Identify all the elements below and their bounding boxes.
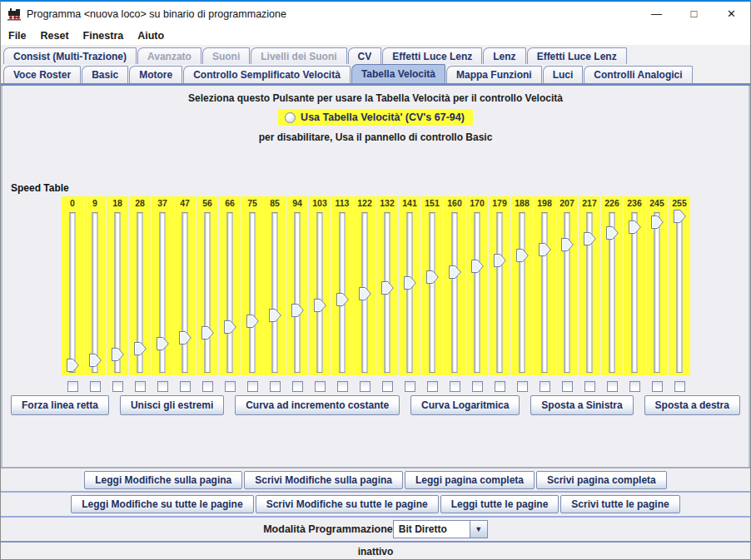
tab[interactable]: CV	[348, 47, 382, 64]
slider-thumb[interactable]	[359, 287, 371, 300]
speed-slider[interactable]: 56	[196, 196, 218, 375]
slider-thumb[interactable]	[336, 293, 349, 306]
slider-thumb[interactable]	[291, 304, 304, 317]
speed-slider[interactable]: 85	[264, 196, 286, 375]
column-checkbox[interactable]	[562, 381, 573, 392]
slider-thumb[interactable]	[516, 249, 529, 262]
speed-slider[interactable]: 170	[466, 196, 488, 375]
speed-slider[interactable]: 122	[354, 196, 376, 375]
tab[interactable]: Avanzato	[137, 47, 201, 64]
tab[interactable]: Mappa Funzioni	[446, 66, 542, 83]
curve-button[interactable]: Sposta a destra	[644, 395, 740, 415]
slider-thumb[interactable]	[112, 348, 124, 361]
radio-button-icon[interactable]	[285, 112, 296, 123]
slider-track[interactable]	[227, 212, 233, 373]
menu-item[interactable]: Aiuto	[137, 30, 172, 42]
tab[interactable]: Effetti Luce Lenz	[382, 47, 482, 64]
curve-button[interactable]: Unisci gli estremi	[120, 395, 224, 415]
slider-thumb[interactable]	[539, 243, 551, 256]
column-checkbox[interactable]	[247, 381, 258, 392]
tab[interactable]: Tabella Velocità	[351, 64, 445, 83]
slider-thumb[interactable]	[67, 359, 79, 372]
all-pages-action-button[interactable]: Scrivi Modifiche su tutte le pagine	[256, 495, 439, 513]
column-checkbox[interactable]	[292, 381, 303, 392]
column-checkbox[interactable]	[90, 381, 101, 392]
column-checkbox[interactable]	[225, 381, 236, 392]
slider-thumb[interactable]	[494, 254, 506, 267]
page-action-button[interactable]: Scrivi pagina completa	[536, 471, 667, 489]
column-checkbox[interactable]	[495, 381, 505, 392]
column-checkbox[interactable]	[517, 381, 528, 392]
curve-button[interactable]: Curva ad incremento costante	[235, 395, 400, 415]
column-checkbox[interactable]	[157, 381, 168, 392]
column-checkbox[interactable]	[337, 381, 348, 392]
slider-thumb[interactable]	[134, 342, 147, 355]
slider-thumb[interactable]	[561, 238, 574, 251]
speed-slider[interactable]: 160	[444, 196, 465, 375]
speed-slider[interactable]: 226	[601, 196, 623, 375]
slider-track[interactable]	[250, 212, 256, 373]
slider-track[interactable]	[475, 212, 480, 373]
column-checkbox[interactable]	[202, 381, 213, 392]
page-action-button[interactable]: Scrivi Modifiche sulla pagina	[244, 471, 403, 489]
column-checkbox[interactable]	[450, 381, 460, 392]
slider-track[interactable]	[677, 212, 683, 373]
slider-track[interactable]	[272, 212, 278, 373]
speed-slider[interactable]: 103	[309, 196, 331, 375]
slider-track[interactable]	[497, 212, 503, 373]
column-checkbox[interactable]	[427, 381, 438, 392]
slider-track[interactable]	[452, 212, 458, 373]
slider-thumb[interactable]	[224, 320, 236, 334]
slider-thumb[interactable]	[404, 276, 416, 290]
speed-slider[interactable]: 94	[286, 196, 308, 375]
page-action-button[interactable]: Leggi Modifiche sulla pagina	[84, 471, 242, 489]
speed-slider[interactable]: 217	[579, 196, 600, 375]
slider-thumb[interactable]	[471, 260, 484, 273]
slider-track[interactable]	[632, 212, 638, 373]
slider-thumb[interactable]	[426, 270, 439, 284]
menu-item[interactable]: File	[8, 30, 34, 42]
all-pages-action-button[interactable]: Leggi Modifiche su tutte le pagine	[71, 495, 253, 513]
speed-slider[interactable]: 207	[556, 196, 578, 375]
close-icon[interactable]: ✕	[713, 2, 750, 26]
speed-slider[interactable]: 113	[331, 196, 353, 375]
speed-slider[interactable]: 0	[62, 196, 83, 375]
slider-thumb[interactable]	[201, 326, 214, 339]
column-checkbox[interactable]	[135, 381, 146, 392]
column-checkbox[interactable]	[315, 381, 326, 392]
speed-slider[interactable]: 66	[219, 196, 241, 375]
tab[interactable]: Suoni	[202, 47, 250, 64]
speed-slider[interactable]: 141	[399, 196, 420, 375]
minimize-icon[interactable]: —	[638, 2, 675, 26]
column-checkbox[interactable]	[405, 381, 415, 392]
slider-track[interactable]	[542, 212, 548, 373]
column-checkbox[interactable]	[382, 381, 393, 392]
speed-slider[interactable]: 236	[624, 196, 645, 375]
column-checkbox[interactable]	[360, 381, 371, 392]
slider-thumb[interactable]	[449, 265, 461, 279]
tab[interactable]: Motore	[129, 66, 182, 83]
speed-slider[interactable]: 47	[174, 196, 196, 375]
menu-item[interactable]: Finestra	[83, 30, 132, 42]
slider-track[interactable]	[92, 212, 98, 373]
tab[interactable]: Basic	[82, 66, 128, 83]
speed-slider[interactable]: 188	[511, 196, 533, 375]
speed-slider[interactable]: 28	[129, 196, 151, 375]
slider-thumb[interactable]	[269, 309, 281, 322]
column-checkbox[interactable]	[270, 381, 281, 392]
slider-track[interactable]	[407, 212, 413, 373]
slider-track[interactable]	[520, 212, 525, 373]
column-checkbox[interactable]	[112, 381, 123, 392]
tab[interactable]: Voce Roster	[3, 66, 81, 83]
slider-track[interactable]	[295, 212, 301, 373]
maximize-icon[interactable]: □	[675, 2, 713, 26]
speed-slider[interactable]: 151	[421, 196, 443, 375]
column-checkbox[interactable]	[629, 381, 640, 392]
slider-track[interactable]	[70, 212, 76, 373]
slider-thumb[interactable]	[89, 354, 102, 367]
column-checkbox[interactable]	[674, 381, 685, 392]
speed-slider[interactable]: 9	[84, 196, 106, 375]
column-checkbox[interactable]	[652, 381, 663, 392]
slider-thumb[interactable]	[606, 226, 619, 240]
slider-thumb[interactable]	[179, 331, 191, 344]
